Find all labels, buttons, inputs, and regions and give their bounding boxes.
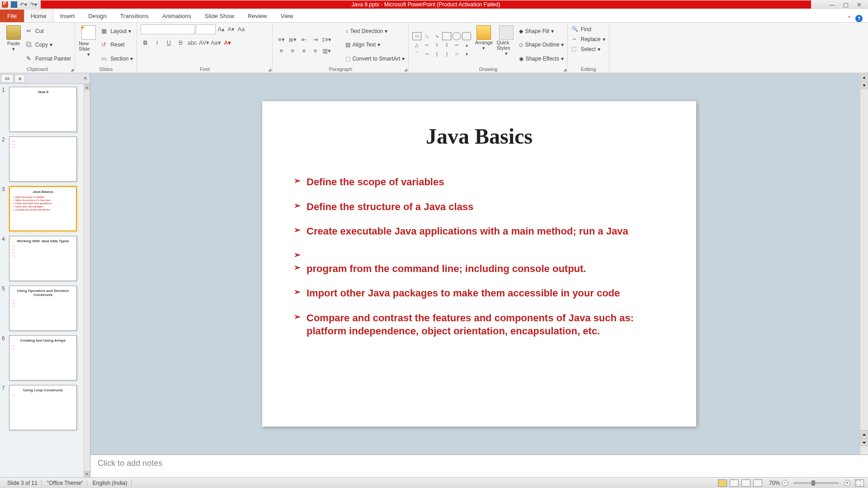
shape-brace2-icon[interactable]: } bbox=[442, 50, 451, 58]
font-color-button[interactable]: A▾ bbox=[223, 38, 232, 47]
scroll-up-icon[interactable]: ▴ bbox=[860, 73, 868, 81]
zoom-level[interactable]: 70% bbox=[769, 480, 780, 486]
text-direction-button[interactable]: ↕Text Direction▾ bbox=[345, 26, 405, 36]
shape-arrow-icon[interactable]: ↘ bbox=[432, 32, 441, 40]
bullet-item[interactable]: program from the command line; including… bbox=[294, 263, 665, 276]
thumbnail-row[interactable]: 1Java 8 bbox=[2, 87, 88, 132]
increase-font-icon[interactable]: A▴ bbox=[217, 24, 226, 33]
zoom-in-button[interactable]: + bbox=[844, 480, 850, 486]
scroll-down-icon[interactable]: ▾ bbox=[84, 471, 90, 477]
tab-transitions[interactable]: Transitions bbox=[113, 9, 156, 22]
slide-bullets[interactable]: Define the scope of variablesDefine the … bbox=[294, 176, 665, 338]
thumbnail[interactable]: Java Basics➢ Define the scope of variabl… bbox=[9, 186, 77, 231]
undo-icon[interactable]: ↶▾ bbox=[20, 1, 27, 8]
tab-animations[interactable]: Animations bbox=[156, 9, 198, 22]
shape-fill-button[interactable]: ◆Shape Fill▾ bbox=[519, 26, 564, 36]
zoom-out-button[interactable]: − bbox=[782, 480, 788, 486]
redo-icon[interactable]: ↷▾ bbox=[30, 1, 37, 8]
align-right-button[interactable]: ≡ bbox=[299, 46, 309, 56]
find-button[interactable]: Find bbox=[571, 24, 605, 34]
shape-arrow3-icon[interactable]: ⇧ bbox=[432, 41, 441, 49]
replace-button[interactable]: Replace▾ bbox=[571, 34, 605, 44]
bullet-item[interactable]: Compare and contrast the features and co… bbox=[294, 312, 665, 338]
scroll-down-icon[interactable]: ▾ bbox=[860, 81, 868, 89]
bullet-item[interactable]: Import other Java packages to make them … bbox=[294, 287, 665, 300]
shape-triangle-icon[interactable]: △ bbox=[412, 41, 421, 49]
thumbnail-row[interactable]: 7Using Loop Constructs➢ ... bbox=[2, 385, 88, 430]
section-button[interactable]: Section▾ bbox=[101, 54, 133, 64]
shape-more-icon[interactable]: ▴ bbox=[462, 41, 471, 49]
paste-button[interactable]: Paste ▾ bbox=[4, 24, 24, 66]
cut-button[interactable]: Cut bbox=[26, 26, 71, 36]
numbering-button[interactable]: ≣▾ bbox=[288, 34, 297, 44]
dialog-launcher-icon[interactable]: ◢ bbox=[268, 67, 271, 72]
decrease-font-icon[interactable]: A▾ bbox=[226, 24, 236, 33]
decrease-indent-button[interactable]: ⇤ bbox=[299, 34, 309, 44]
canvas-scrollbar[interactable]: ▴ ⏶ ⏷ ▾ bbox=[860, 73, 868, 455]
reading-view-button[interactable] bbox=[741, 479, 750, 487]
maximize-button[interactable]: ▢ bbox=[843, 1, 849, 8]
language[interactable]: English (India) bbox=[89, 480, 132, 486]
collapse-ribbon-icon[interactable]: ⌃ bbox=[847, 15, 852, 22]
thumbnail[interactable]: Working With Java Data Types➢ ...➢ ...➢ … bbox=[9, 236, 77, 281]
outline-panel-tab[interactable]: ≡ bbox=[14, 75, 25, 83]
fit-to-window-button[interactable]: ⛶ bbox=[855, 479, 864, 487]
slideshow-view-button[interactable] bbox=[753, 479, 762, 487]
thumbnail-row[interactable]: 2➢ ...➢ ...➢ ... bbox=[2, 136, 88, 182]
thumbnail-row[interactable]: 3Java Basics➢ Define the scope of variab… bbox=[2, 186, 88, 231]
dialog-launcher-icon[interactable]: ◢ bbox=[71, 67, 74, 72]
close-panel-button[interactable]: ✕ bbox=[80, 75, 90, 81]
clear-formatting-icon[interactable]: Aa bbox=[236, 24, 245, 33]
prev-slide-button[interactable]: ⏶ bbox=[860, 430, 868, 438]
font-size-input[interactable] bbox=[196, 24, 216, 34]
shadow-button[interactable]: abc bbox=[188, 38, 197, 47]
copy-button[interactable]: Copy▾ bbox=[26, 40, 71, 50]
char-spacing-button[interactable]: AV▾ bbox=[199, 38, 208, 47]
zoom-slider[interactable] bbox=[793, 482, 839, 484]
shape-arrow2-icon[interactable]: ⇨ bbox=[422, 41, 431, 49]
shape-roundrect-icon[interactable] bbox=[462, 32, 471, 40]
bold-button[interactable]: B bbox=[141, 38, 150, 47]
bullet-item[interactable]: Define the structure of a Java class bbox=[294, 201, 665, 214]
normal-view-button[interactable] bbox=[718, 479, 727, 487]
shape-effects-button[interactable]: ◉Shape Effects▾ bbox=[519, 54, 564, 64]
shape-arrow4-icon[interactable]: ⇩ bbox=[442, 41, 451, 49]
file-tab[interactable]: File bbox=[0, 9, 24, 22]
shape-outline-button[interactable]: ◇Shape Outline▾ bbox=[519, 40, 564, 50]
shape-curve-icon[interactable]: ⌒ bbox=[412, 50, 421, 58]
justify-button[interactable]: ≡ bbox=[310, 46, 320, 56]
slide-canvas-area[interactable]: Java Basics Define the scope of variable… bbox=[90, 73, 868, 455]
columns-button[interactable]: ▥▾ bbox=[321, 46, 331, 56]
scroll-up-icon[interactable]: ▴ bbox=[84, 84, 90, 90]
thumbnail-row[interactable]: 6Creating and Using Arrays➢ ...➢ ... bbox=[2, 335, 88, 380]
minimize-button[interactable]: — bbox=[829, 1, 835, 8]
thumbnail-row[interactable]: 5Using Operators and Decision Constructs… bbox=[2, 286, 88, 331]
shape-arrow5-icon[interactable]: ⇦ bbox=[452, 41, 461, 49]
bullet-item[interactable]: Create executable Java applications with… bbox=[294, 225, 665, 238]
tab-view[interactable]: View bbox=[274, 9, 300, 22]
thumbnail[interactable]: Java 8 bbox=[9, 87, 77, 132]
shapes-gallery[interactable]: ▭ ＼ ↘ △ ⇨ ⇧ ⇩ ⇦ ▴ ⌒ ⤳ { } ☆ bbox=[412, 32, 471, 58]
align-center-button[interactable]: ≡ bbox=[288, 46, 297, 56]
notes-placeholder[interactable]: Click to add notes bbox=[98, 459, 861, 468]
thumbnail[interactable]: Using Operators and Decision Constructs➢… bbox=[9, 286, 77, 331]
strikethrough-button[interactable]: S bbox=[176, 38, 185, 47]
next-slide-button[interactable]: ⏷ bbox=[860, 438, 868, 446]
notes-pane[interactable]: Click to add notes bbox=[90, 455, 868, 477]
arrange-button[interactable]: Arrange ▾ bbox=[474, 24, 494, 66]
tab-design[interactable]: Design bbox=[81, 9, 113, 22]
help-icon[interactable]: ? bbox=[855, 15, 863, 22]
thumbnail[interactable]: Using Loop Constructs➢ ... bbox=[9, 385, 77, 430]
shape-expand-icon[interactable]: ▾ bbox=[462, 50, 471, 58]
thumbnail[interactable]: Creating and Using Arrays➢ ...➢ ... bbox=[9, 335, 77, 380]
save-icon[interactable] bbox=[11, 1, 17, 8]
quick-styles-button[interactable]: Quick Styles ▾ bbox=[496, 24, 516, 66]
tab-home[interactable]: Home bbox=[24, 9, 53, 22]
increase-indent-button[interactable]: ⇥ bbox=[310, 34, 320, 44]
slide-title[interactable]: Java Basics bbox=[294, 124, 665, 149]
bullet-item[interactable] bbox=[294, 250, 665, 259]
bullet-item[interactable]: Define the scope of variables bbox=[294, 176, 665, 189]
tab-insert[interactable]: Insert bbox=[53, 9, 82, 22]
new-slide-button[interactable]: New Slide ▾ bbox=[79, 24, 99, 66]
shape-textbox-icon[interactable]: ▭ bbox=[412, 32, 421, 40]
